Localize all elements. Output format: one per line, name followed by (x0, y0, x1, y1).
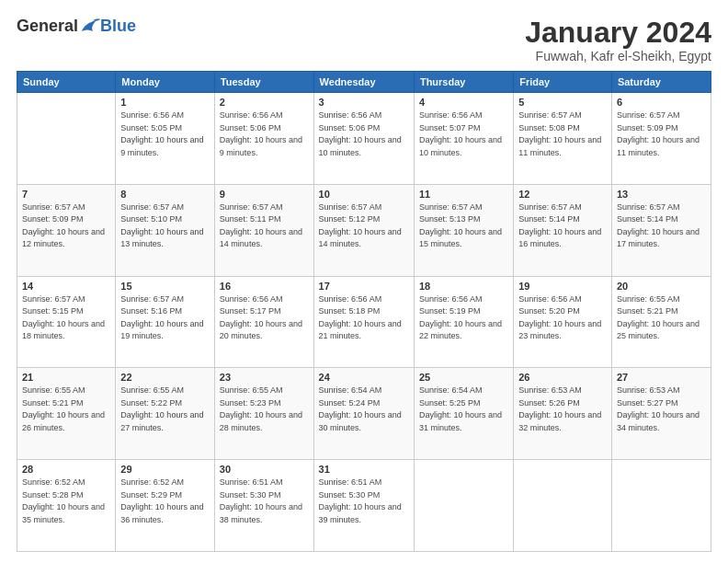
calendar-cell: 13Sunrise: 6:57 AMSunset: 5:14 PMDayligh… (611, 184, 711, 276)
day-info: Sunrise: 6:57 AMSunset: 5:14 PMDaylight:… (518, 201, 607, 251)
day-number: 2 (220, 97, 309, 108)
calendar-cell: 17Sunrise: 6:56 AMSunset: 5:18 PMDayligh… (313, 276, 414, 368)
calendar-cell: 29Sunrise: 6:52 AMSunset: 5:29 PMDayligh… (116, 460, 215, 552)
day-number: 20 (617, 281, 706, 292)
day-number: 12 (518, 189, 607, 200)
day-number: 30 (220, 464, 309, 475)
day-info: Sunrise: 6:53 AMSunset: 5:27 PMDaylight:… (617, 385, 706, 434)
calendar-cell: 8Sunrise: 6:57 AMSunset: 5:10 PMDaylight… (116, 184, 215, 276)
day-info: Sunrise: 6:56 AMSunset: 5:06 PMDaylight:… (319, 109, 409, 159)
day-info: Sunrise: 6:56 AMSunset: 5:07 PMDaylight:… (419, 109, 508, 159)
week-row-4: 28Sunrise: 6:52 AMSunset: 5:28 PMDayligh… (17, 460, 711, 552)
day-number: 1 (120, 97, 210, 108)
day-number: 21 (22, 372, 110, 383)
logo-blue-text: Blue (100, 17, 136, 36)
week-row-3: 21Sunrise: 6:55 AMSunset: 5:21 PMDayligh… (17, 368, 711, 460)
calendar-cell: 11Sunrise: 6:57 AMSunset: 5:13 PMDayligh… (414, 184, 513, 276)
day-number: 4 (419, 97, 508, 108)
day-info: Sunrise: 6:54 AMSunset: 5:25 PMDaylight:… (419, 385, 508, 434)
calendar-cell: 9Sunrise: 6:57 AMSunset: 5:11 PMDaylight… (214, 184, 313, 276)
day-number: 29 (120, 464, 210, 475)
calendar-cell: 30Sunrise: 6:51 AMSunset: 5:30 PMDayligh… (214, 460, 313, 552)
title-block: January 2024 Fuwwah, Kafr el-Sheikh, Egy… (525, 17, 711, 63)
calendar-cell (17, 93, 116, 185)
day-number: 15 (120, 281, 210, 292)
day-number: 28 (22, 464, 110, 475)
calendar-cell: 5Sunrise: 6:57 AMSunset: 5:08 PMDaylight… (514, 93, 612, 185)
day-info: Sunrise: 6:54 AMSunset: 5:24 PMDaylight:… (319, 385, 409, 434)
week-row-0: 1Sunrise: 6:56 AMSunset: 5:05 PMDaylight… (17, 93, 711, 185)
calendar-cell: 14Sunrise: 6:57 AMSunset: 5:15 PMDayligh… (17, 276, 116, 368)
day-number: 14 (22, 281, 110, 292)
day-info: Sunrise: 6:57 AMSunset: 5:15 PMDaylight:… (22, 293, 110, 343)
day-info: Sunrise: 6:57 AMSunset: 5:14 PMDaylight:… (617, 201, 706, 251)
calendar-cell: 22Sunrise: 6:55 AMSunset: 5:22 PMDayligh… (116, 368, 215, 460)
calendar-cell: 4Sunrise: 6:56 AMSunset: 5:07 PMDaylight… (414, 93, 513, 185)
day-number: 23 (220, 372, 309, 383)
day-number: 3 (319, 97, 409, 108)
header-friday: Friday (514, 72, 612, 93)
calendar-cell: 28Sunrise: 6:52 AMSunset: 5:28 PMDayligh… (17, 460, 116, 552)
calendar-cell: 19Sunrise: 6:56 AMSunset: 5:20 PMDayligh… (514, 276, 612, 368)
day-info: Sunrise: 6:52 AMSunset: 5:29 PMDaylight:… (120, 477, 210, 526)
day-info: Sunrise: 6:55 AMSunset: 5:21 PMDaylight:… (22, 385, 110, 434)
logo-bird-icon (80, 18, 100, 35)
calendar-cell: 1Sunrise: 6:56 AMSunset: 5:05 PMDaylight… (116, 93, 215, 185)
header-wednesday: Wednesday (313, 72, 414, 93)
calendar-table: SundayMondayTuesdayWednesdayThursdayFrid… (17, 71, 711, 552)
day-info: Sunrise: 6:56 AMSunset: 5:17 PMDaylight:… (220, 293, 309, 343)
day-info: Sunrise: 6:56 AMSunset: 5:06 PMDaylight:… (220, 109, 309, 159)
day-number: 7 (22, 189, 110, 200)
month-title: January 2024 (525, 17, 711, 49)
calendar-cell: 25Sunrise: 6:54 AMSunset: 5:25 PMDayligh… (414, 368, 513, 460)
day-number: 18 (419, 281, 508, 292)
calendar-cell: 16Sunrise: 6:56 AMSunset: 5:17 PMDayligh… (214, 276, 313, 368)
day-number: 27 (617, 372, 706, 383)
day-info: Sunrise: 6:55 AMSunset: 5:23 PMDaylight:… (220, 385, 309, 434)
day-info: Sunrise: 6:56 AMSunset: 5:18 PMDaylight:… (319, 293, 409, 343)
calendar-cell: 15Sunrise: 6:57 AMSunset: 5:16 PMDayligh… (116, 276, 215, 368)
day-number: 25 (419, 372, 508, 383)
calendar-cell: 3Sunrise: 6:56 AMSunset: 5:06 PMDaylight… (313, 93, 414, 185)
day-number: 13 (617, 189, 706, 200)
day-info: Sunrise: 6:53 AMSunset: 5:26 PMDaylight:… (518, 385, 607, 434)
header: General Blue January 2024 Fuwwah, Kafr e… (17, 17, 711, 63)
calendar-cell (611, 460, 711, 552)
day-number: 11 (419, 189, 508, 200)
day-number: 19 (518, 281, 607, 292)
day-info: Sunrise: 6:57 AMSunset: 5:12 PMDaylight:… (319, 201, 409, 251)
day-info: Sunrise: 6:51 AMSunset: 5:30 PMDaylight:… (319, 477, 409, 526)
location-title: Fuwwah, Kafr el-Sheikh, Egypt (525, 49, 711, 63)
logo: General Blue (17, 17, 136, 36)
day-info: Sunrise: 6:57 AMSunset: 5:13 PMDaylight:… (419, 201, 508, 251)
calendar-cell: 20Sunrise: 6:55 AMSunset: 5:21 PMDayligh… (611, 276, 711, 368)
header-monday: Monday (116, 72, 215, 93)
day-number: 9 (220, 189, 309, 200)
calendar-cell: 31Sunrise: 6:51 AMSunset: 5:30 PMDayligh… (313, 460, 414, 552)
calendar-cell (414, 460, 513, 552)
calendar-cell: 7Sunrise: 6:57 AMSunset: 5:09 PMDaylight… (17, 184, 116, 276)
calendar-cell: 26Sunrise: 6:53 AMSunset: 5:26 PMDayligh… (514, 368, 612, 460)
day-info: Sunrise: 6:57 AMSunset: 5:16 PMDaylight:… (120, 293, 210, 343)
calendar-cell: 2Sunrise: 6:56 AMSunset: 5:06 PMDaylight… (214, 93, 313, 185)
header-row: SundayMondayTuesdayWednesdayThursdayFrid… (17, 72, 711, 93)
calendar-cell: 18Sunrise: 6:56 AMSunset: 5:19 PMDayligh… (414, 276, 513, 368)
day-number: 10 (319, 189, 409, 200)
page: General Blue January 2024 Fuwwah, Kafr e… (0, 0, 728, 563)
day-info: Sunrise: 6:57 AMSunset: 5:09 PMDaylight:… (22, 201, 110, 251)
header-thursday: Thursday (414, 72, 513, 93)
day-number: 26 (518, 372, 607, 383)
day-info: Sunrise: 6:51 AMSunset: 5:30 PMDaylight:… (220, 477, 309, 526)
day-info: Sunrise: 6:57 AMSunset: 5:11 PMDaylight:… (220, 201, 309, 251)
day-info: Sunrise: 6:56 AMSunset: 5:05 PMDaylight:… (120, 109, 210, 159)
calendar-cell: 24Sunrise: 6:54 AMSunset: 5:24 PMDayligh… (313, 368, 414, 460)
header-tuesday: Tuesday (214, 72, 313, 93)
day-info: Sunrise: 6:57 AMSunset: 5:10 PMDaylight:… (120, 201, 210, 251)
day-number: 16 (220, 281, 309, 292)
calendar-cell: 6Sunrise: 6:57 AMSunset: 5:09 PMDaylight… (611, 93, 711, 185)
day-info: Sunrise: 6:56 AMSunset: 5:19 PMDaylight:… (419, 293, 508, 343)
logo-general-text: General (17, 17, 78, 36)
day-info: Sunrise: 6:57 AMSunset: 5:09 PMDaylight:… (617, 109, 706, 159)
calendar-cell: 23Sunrise: 6:55 AMSunset: 5:23 PMDayligh… (214, 368, 313, 460)
week-row-2: 14Sunrise: 6:57 AMSunset: 5:15 PMDayligh… (17, 276, 711, 368)
